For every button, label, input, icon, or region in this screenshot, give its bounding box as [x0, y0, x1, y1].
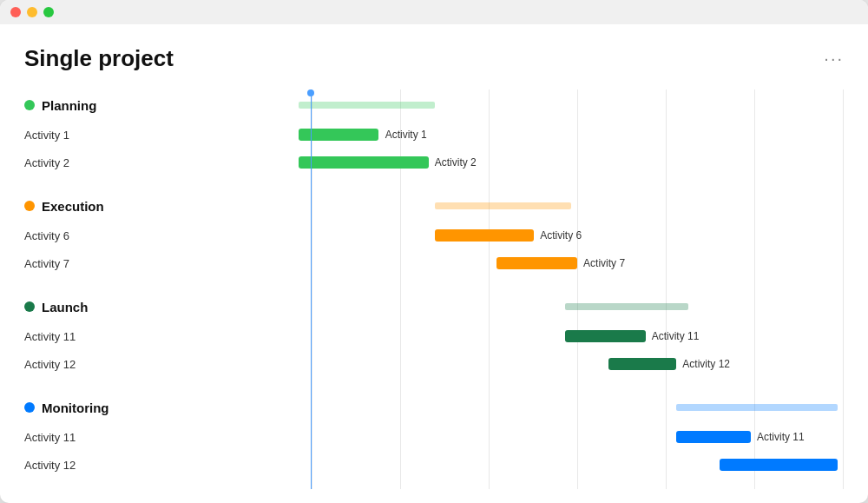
- monitoring-bar-1: [676, 431, 751, 443]
- bar-row-monitoring-a12: Activity 12: [224, 451, 844, 479]
- gantt-labels: Planning Activity 1 Activity 2 Execution: [24, 89, 224, 489]
- monitoring-bar-2: [720, 459, 838, 471]
- bar-section-monitoring: [224, 392, 844, 423]
- title-bar: [0, 0, 868, 24]
- gap: [224, 176, 844, 190]
- planning-dot: [24, 100, 35, 110]
- activity-label: Activity 6: [24, 229, 69, 242]
- bar-section-execution: [224, 190, 844, 222]
- page-header: Single project ···: [24, 45, 844, 72]
- bar-row-execution-a6: Activity 6: [224, 222, 844, 249]
- list-item: Activity 11: [24, 423, 224, 451]
- section-launch-header: Launch: [24, 291, 224, 322]
- launch-bar-1: [565, 330, 646, 342]
- bar-row-launch-a11: Activity 11: [224, 322, 844, 350]
- activity-label: Activity 1: [24, 129, 69, 142]
- execution-title: Execution: [42, 199, 104, 214]
- gantt-chart: Planning Activity 1 Activity 2 Execution: [24, 89, 844, 489]
- monitoring-dot: [24, 402, 35, 413]
- section-planning-header: Planning: [24, 89, 224, 121]
- gap: [224, 277, 844, 291]
- more-button[interactable]: ···: [824, 49, 844, 69]
- section-monitoring-header: Monitoring: [24, 392, 224, 423]
- main-content: Single project ··· Planning Activity 1: [0, 24, 868, 503]
- launch-range-bar: [565, 303, 689, 310]
- bar-row-launch-a12: Activity 12: [224, 350, 844, 378]
- activity-label: Activity 11: [24, 431, 76, 444]
- list-item: Activity 2: [24, 149, 224, 176]
- list-item: Activity 6: [24, 222, 224, 249]
- monitoring-bar-1-label: Activity 11: [757, 431, 805, 443]
- monitoring-title: Monitoring: [42, 400, 108, 415]
- section-execution-header: Execution: [24, 190, 224, 222]
- list-item: Activity 7: [24, 249, 224, 277]
- planning-bar-1-label: Activity 1: [385, 129, 427, 141]
- execution-bar-1: [435, 229, 534, 242]
- today-line: [311, 89, 312, 489]
- page-title: Single project: [24, 45, 174, 72]
- planning-bar-2: [299, 156, 429, 169]
- execution-bar-2: [496, 257, 577, 269]
- close-button[interactable]: [10, 7, 21, 17]
- activity-label: Activity 12: [24, 459, 76, 472]
- execution-range-bar: [435, 202, 571, 209]
- planning-range-bar: [299, 102, 435, 109]
- bar-row-execution-a7: Activity 7: [224, 249, 844, 277]
- activity-label: Activity 11: [24, 330, 76, 343]
- launch-dot: [24, 301, 35, 312]
- activity-label: Activity 7: [24, 257, 69, 270]
- app-window: Single project ··· Planning Activity 1: [0, 0, 868, 503]
- bar-section-launch: [224, 291, 844, 322]
- bar-row-monitoring-a11: Activity 11: [224, 423, 844, 451]
- monitoring-range-bar: [676, 404, 838, 411]
- launch-bar-2-label: Activity 12: [682, 358, 730, 370]
- activity-label: Activity 12: [24, 358, 76, 371]
- list-item: Activity 11: [24, 322, 224, 350]
- activity-label: Activity 2: [24, 156, 69, 169]
- launch-title: Launch: [42, 300, 88, 314]
- gantt-bars: Activity 1 Activity 2: [224, 89, 844, 489]
- planning-title: Planning: [42, 98, 96, 113]
- maximize-button[interactable]: [43, 7, 54, 17]
- bar-row-planning-a1: Activity 1: [224, 121, 844, 149]
- bar-row-planning-a2: Activity 2: [224, 149, 844, 176]
- bar-section-planning: [224, 89, 844, 121]
- planning-bar-2-label: Activity 2: [435, 156, 477, 169]
- launch-bar-1-label: Activity 11: [652, 330, 700, 342]
- list-item: Activity 12: [24, 350, 224, 378]
- gap: [224, 378, 844, 392]
- list-item: Activity 12: [24, 451, 224, 479]
- execution-bar-2-label: Activity 7: [583, 257, 625, 269]
- minimize-button[interactable]: [27, 7, 37, 17]
- launch-bar-2: [608, 358, 677, 370]
- list-item: Activity 1: [24, 121, 224, 149]
- execution-bar-1-label: Activity 6: [540, 229, 582, 242]
- execution-dot: [24, 201, 35, 211]
- today-dot: [307, 89, 314, 96]
